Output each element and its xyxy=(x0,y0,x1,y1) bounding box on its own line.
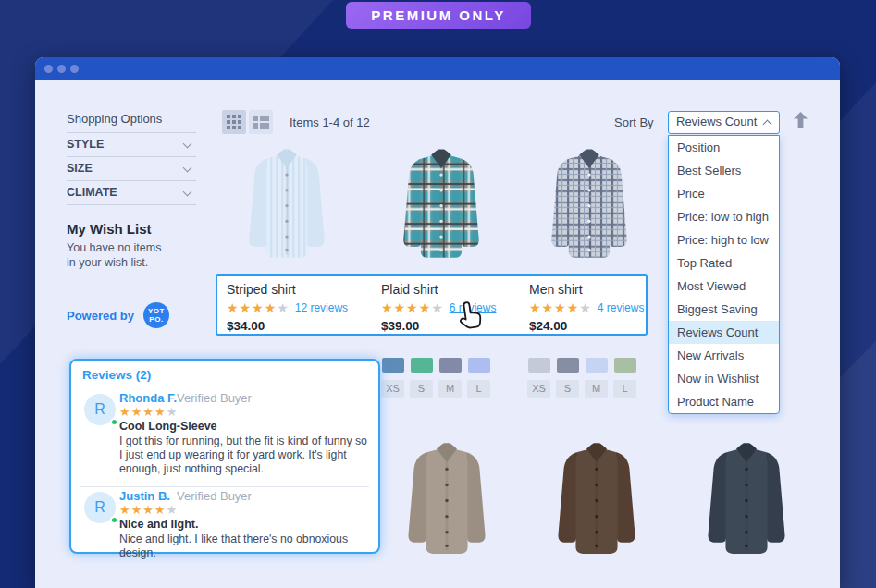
color-swatch[interactable] xyxy=(382,358,404,373)
review-body: Nice and light. I like that there's no o… xyxy=(119,533,373,560)
star-rating: ★★★★★ xyxy=(227,301,290,314)
items-count: Items 1-4 of 12 xyxy=(290,116,370,129)
yotpo-logo[interactable]: YOT PO. xyxy=(143,302,169,328)
filter-climate-label: CLIMATE xyxy=(67,186,117,199)
sort-select[interactable]: Reviews Count xyxy=(668,111,780,134)
grid-view-icon xyxy=(227,115,241,129)
page-background: PREMIUM ONLY Shopping Options STYLE SIZE… xyxy=(0,0,876,588)
filter-size[interactable]: SIZE xyxy=(67,157,196,180)
filter-size-label: SIZE xyxy=(67,162,93,175)
color-swatch[interactable] xyxy=(528,358,550,373)
khaki-shirt-image[interactable] xyxy=(390,433,503,573)
verified-buyer-label: Verified Buyer xyxy=(177,489,252,503)
chevron-down-icon xyxy=(183,164,192,173)
grid-view-button[interactable] xyxy=(222,110,246,134)
reviews-popup: Reviews (2) R Rhonda F. Verified Buyer ★… xyxy=(69,359,380,554)
list-view-button[interactable] xyxy=(249,110,273,134)
reviews-link[interactable]: 4 reviews xyxy=(598,301,645,314)
color-swatch[interactable] xyxy=(411,358,433,373)
product-info-panel: Striped shirt ★★★★★ 12 reviews $34.00 Pl… xyxy=(216,274,648,336)
filter-style-label: STYLE xyxy=(67,138,104,151)
star-rating: ★★★★★ xyxy=(381,301,444,314)
sort-option-most-viewed[interactable]: Most Viewed xyxy=(669,275,779,298)
reviewer-name[interactable]: Justin B. xyxy=(119,489,170,503)
chevron-up-icon xyxy=(763,120,772,129)
sort-option-new-arrivals[interactable]: New Arrivals xyxy=(669,344,779,367)
sort-direction-ascending-icon[interactable] xyxy=(794,112,808,128)
star-rating: ★★★★★ xyxy=(119,503,178,517)
color-swatch[interactable] xyxy=(586,358,608,373)
color-swatch[interactable] xyxy=(439,358,462,373)
sort-option-position[interactable]: Position xyxy=(669,136,779,159)
size-button-xs[interactable]: XS xyxy=(527,380,550,398)
review-body: I got this for running, but the fit is k… xyxy=(119,435,373,476)
size-button-m[interactable]: M xyxy=(438,380,462,398)
size-button-l[interactable]: L xyxy=(467,380,490,398)
wishlist-empty-text: You have no items xyxy=(67,241,161,254)
window-dot-icon[interactable] xyxy=(70,65,79,73)
star-rating: ★★★★★ xyxy=(119,405,178,419)
size-button-s[interactable]: S xyxy=(410,380,433,398)
product-name: Plaid shirt xyxy=(381,282,522,297)
product-price: $24.00 xyxy=(529,319,670,333)
star-rating: ★★★★★ xyxy=(529,301,592,314)
dark-shirt-image[interactable] xyxy=(690,433,803,573)
sort-option-best-sellers[interactable]: Best Sellers xyxy=(669,159,779,182)
reviews-link[interactable]: 12 reviews xyxy=(295,301,348,314)
sort-option-price-low-high[interactable]: Price: low to high xyxy=(669,205,779,228)
divider xyxy=(71,386,378,386)
color-swatch[interactable] xyxy=(468,358,490,373)
sort-selected-value: Reviews Count xyxy=(676,115,757,129)
color-swatch[interactable] xyxy=(614,358,636,373)
product-name: Striped shirt xyxy=(227,282,367,297)
brown-shirt-image[interactable] xyxy=(540,433,653,573)
product-name: Men shirt xyxy=(529,282,670,297)
striped-shirt-image[interactable] xyxy=(231,146,342,270)
product-card[interactable]: Plaid shirt ★★★★★ 6 reviews $39.00 xyxy=(381,282,522,333)
reviewer-name[interactable]: Rhonda F. xyxy=(119,391,177,405)
review-title: Cool Long-Sleeve xyxy=(119,420,217,433)
yotpo-logo-text: PO. xyxy=(143,315,169,324)
sort-option-price-high-low[interactable]: Price: high to low xyxy=(669,228,779,251)
size-button-m[interactable]: M xyxy=(585,380,608,398)
review-title: Nice and light. xyxy=(119,518,198,531)
shopping-options-title: Shopping Options xyxy=(67,112,162,126)
hand-pointer-cursor-icon xyxy=(454,298,490,335)
size-button-l[interactable]: L xyxy=(613,380,636,398)
verified-buyer-label: Verified Buyer xyxy=(177,391,252,405)
window-dot-icon[interactable] xyxy=(57,65,66,73)
wishlist-title: My Wish List xyxy=(67,221,152,237)
filter-climate[interactable]: CLIMATE xyxy=(67,181,196,204)
men-shirt-image[interactable] xyxy=(534,146,645,270)
sort-dropdown-menu: Position Best Sellers Price Price: low t… xyxy=(668,135,780,414)
chevron-down-icon xyxy=(183,140,192,149)
product-price: $34.00 xyxy=(227,319,367,333)
filter-style[interactable]: STYLE xyxy=(67,133,196,156)
sort-option-price[interactable]: Price xyxy=(669,182,779,205)
sort-by-label: Sort By xyxy=(614,116,654,129)
sort-option-biggest-saving[interactable]: Biggest Saving xyxy=(669,298,779,321)
list-view-icon xyxy=(253,116,269,129)
product-price: $39.00 xyxy=(381,319,522,333)
size-button-xs[interactable]: XS xyxy=(381,380,404,398)
product-card[interactable]: Men shirt ★★★★★ 4 reviews $24.00 xyxy=(529,282,670,333)
wishlist-empty-text: in your wish list. xyxy=(67,256,148,269)
online-status-dot xyxy=(110,516,118,524)
window-dot-icon[interactable] xyxy=(44,65,53,73)
window-titlebar xyxy=(35,57,840,80)
premium-only-badge: PREMIUM ONLY xyxy=(346,2,531,29)
sort-option-now-in-wishlist[interactable]: Now in Wishlist xyxy=(669,367,779,390)
sort-option-top-rated[interactable]: Top Rated xyxy=(669,251,779,275)
divider xyxy=(80,486,369,487)
product-card[interactable]: Striped shirt ★★★★★ 12 reviews $34.00 xyxy=(227,282,367,333)
divider xyxy=(67,204,196,205)
app-window: Shopping Options STYLE SIZE CLIMATE My W… xyxy=(35,57,840,588)
online-status-dot xyxy=(110,418,118,426)
color-swatch[interactable] xyxy=(557,358,579,373)
plaid-shirt-image[interactable] xyxy=(386,146,497,270)
reviews-popup-title: Reviews (2) xyxy=(82,368,151,382)
sort-option-reviews-count[interactable]: Reviews Count xyxy=(669,321,779,344)
sort-option-product-name[interactable]: Product Name xyxy=(669,390,779,413)
powered-by-label[interactable]: Powered by xyxy=(67,309,134,323)
size-button-s[interactable]: S xyxy=(556,380,579,398)
